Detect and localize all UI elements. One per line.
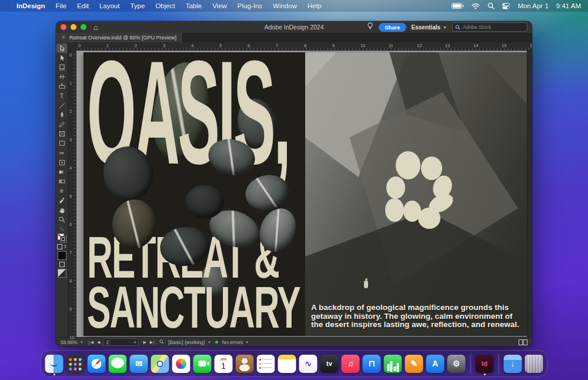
page-left[interactable]: OASIS, RETREAT & SANCTUARY: [83, 52, 305, 336]
menu-item-window[interactable]: Window: [273, 2, 297, 9]
dock-icon-pages[interactable]: ✎: [405, 355, 423, 373]
error-status-menu[interactable]: No errors ▼: [222, 339, 249, 345]
formatting-toggles[interactable]: T: [57, 244, 66, 249]
selection-tool-icon[interactable]: [56, 44, 67, 53]
previous-page-button[interactable]: ◀: [97, 340, 99, 345]
screen-mode-button[interactable]: [58, 269, 66, 278]
vertical-ruler[interactable]: 012345678910: [68, 51, 76, 337]
minimize-window-button[interactable]: [71, 24, 76, 30]
dock-icon-music[interactable]: ♫: [342, 355, 360, 373]
menu-item-help[interactable]: Help: [308, 2, 322, 9]
wifi-icon[interactable]: [472, 3, 480, 9]
dock: ✉APR1≡∿tv♫⊓✎A⚙Id↓: [41, 350, 548, 377]
line-tool-icon[interactable]: [56, 101, 67, 110]
zoom-level-control[interactable]: 59.86% ▼: [61, 339, 83, 345]
error-status-label: No errors: [222, 339, 243, 345]
dock-icon-freeform[interactable]: ∿: [299, 355, 318, 373]
control-center-icon[interactable]: [502, 3, 510, 9]
adobe-stock-search-input[interactable]: Adobe Stock: [452, 22, 527, 32]
tab-close-icon[interactable]: ×: [62, 35, 65, 41]
page-tool-icon[interactable]: [56, 62, 67, 72]
next-page-button[interactable]: ▶: [143, 340, 145, 345]
gap-tool-icon[interactable]: [56, 72, 67, 82]
apply-color-button[interactable]: [58, 251, 66, 260]
dock-icon-apple-tv[interactable]: tv: [320, 355, 339, 373]
menu-item-view[interactable]: View: [212, 2, 227, 9]
page-number-field[interactable]: 2 ▼: [103, 338, 139, 346]
normal-view-icon[interactable]: [59, 262, 65, 267]
menu-item-object[interactable]: Object: [155, 2, 175, 9]
dock-icon-app-store[interactable]: A: [426, 355, 445, 373]
dock-icon-indesign[interactable]: Id: [476, 355, 494, 373]
dock-icon-maps[interactable]: [151, 355, 169, 373]
window-title-bar[interactable]: ⌂ Adobe InDesign 2024 Share Essentials ▼…: [56, 21, 532, 33]
share-button[interactable]: Share: [379, 23, 406, 32]
vruler-label-10: 10: [69, 335, 74, 340]
dock-icon-trash[interactable]: [525, 355, 543, 373]
menu-item-edit[interactable]: Edit: [77, 2, 89, 9]
dock-icon-calendar[interactable]: APR1: [215, 355, 233, 373]
menu-item-plug-ins[interactable]: Plug-Ins: [238, 2, 262, 9]
preflight-profile-menu[interactable]: [Basic] (working) ▼: [168, 339, 211, 345]
direct-selection-tool-icon[interactable]: [56, 53, 67, 62]
menu-clock-date[interactable]: Mon Apr 1: [517, 2, 548, 9]
pasteboard[interactable]: OASIS, RETREAT & SANCTUARY: [76, 51, 527, 337]
zoom-window-button[interactable]: [81, 24, 86, 30]
last-page-button[interactable]: ▶❘: [150, 340, 155, 345]
learn-lightbulb-icon[interactable]: [367, 22, 373, 32]
menu-item-file[interactable]: File: [56, 2, 67, 9]
dock-icon-photos[interactable]: [172, 355, 191, 373]
workspace-switcher[interactable]: Essentials ▼: [412, 24, 447, 31]
dock-icon-facetime[interactable]: [193, 355, 212, 373]
menu-item-type[interactable]: Type: [130, 2, 145, 9]
fill-stroke-swatches[interactable]: [58, 234, 66, 242]
dock-icon-safari[interactable]: [88, 355, 106, 373]
page-right[interactable]: A backdrop of geological magnificence gr…: [305, 52, 527, 336]
dock-icon-notes[interactable]: ≡: [278, 355, 296, 373]
dock-icon-downloads[interactable]: ↓: [504, 355, 522, 373]
document-spread[interactable]: OASIS, RETREAT & SANCTUARY: [83, 52, 527, 336]
dock-icon-messages[interactable]: [109, 355, 127, 373]
scissors-tool-icon[interactable]: ✂: [56, 148, 67, 158]
close-window-button[interactable]: [61, 24, 66, 30]
dock-icon-finder[interactable]: [45, 355, 64, 373]
type-tool-icon[interactable]: T: [56, 91, 67, 101]
menu-item-indesign[interactable]: InDesign: [16, 2, 45, 9]
battery-icon[interactable]: [452, 3, 464, 9]
stroke-swatch[interactable]: [60, 236, 66, 242]
horizontal-ruler[interactable]: 012345678910111213141516: [68, 42, 532, 51]
menu-clock-time[interactable]: 9:41 AM: [556, 2, 581, 9]
text-toggle-icon[interactable]: T: [64, 245, 66, 249]
rectangle-frame-tool-icon[interactable]: [56, 129, 67, 139]
home-icon[interactable]: ⌂: [93, 24, 98, 31]
dock-icon-launchpad[interactable]: [66, 355, 85, 373]
dock-icon-contacts[interactable]: [236, 355, 254, 373]
gradient-swatch-tool-icon[interactable]: [56, 167, 67, 176]
search-icon[interactable]: [487, 2, 495, 9]
hand-tool-icon[interactable]: [56, 205, 67, 215]
pencil-tool-icon[interactable]: [56, 120, 67, 129]
view-options[interactable]: [59, 262, 65, 267]
note-tool-icon[interactable]: ≡: [56, 186, 67, 196]
content-collector-tool-icon[interactable]: [56, 82, 67, 91]
gradient-feather-tool-icon[interactable]: [56, 177, 67, 186]
zoom-tool-icon[interactable]: [56, 215, 67, 224]
dock-icon-numbers[interactable]: [384, 355, 402, 373]
free-transform-tool-icon[interactable]: [56, 158, 67, 167]
pen-tool-icon[interactable]: [56, 110, 67, 119]
menu-item-table[interactable]: Table: [186, 2, 202, 9]
container-toggle-icon[interactable]: [57, 244, 62, 249]
document-tab[interactable]: × Retreat Overview.indd @ 60% [GPU Previ…: [56, 33, 182, 42]
eyedropper-tool-icon[interactable]: [56, 196, 67, 205]
dock-icon-reminders[interactable]: [257, 355, 275, 373]
first-page-button[interactable]: ❘◀: [88, 340, 93, 345]
dock-icon-system-settings[interactable]: ⚙: [447, 355, 466, 373]
color-controls: ⤡T: [57, 227, 66, 278]
dock-icon-mail[interactable]: ✉: [130, 355, 148, 373]
rectangle-tool-icon[interactable]: [56, 139, 67, 148]
spread-view-icon[interactable]: [519, 339, 527, 345]
dock-icon-keynote[interactable]: ⊓: [363, 355, 381, 373]
chevron-down-icon: ▼: [245, 341, 249, 344]
swap-fill-stroke-icon[interactable]: ⤡: [60, 227, 64, 232]
menu-item-layout[interactable]: Layout: [99, 2, 120, 9]
